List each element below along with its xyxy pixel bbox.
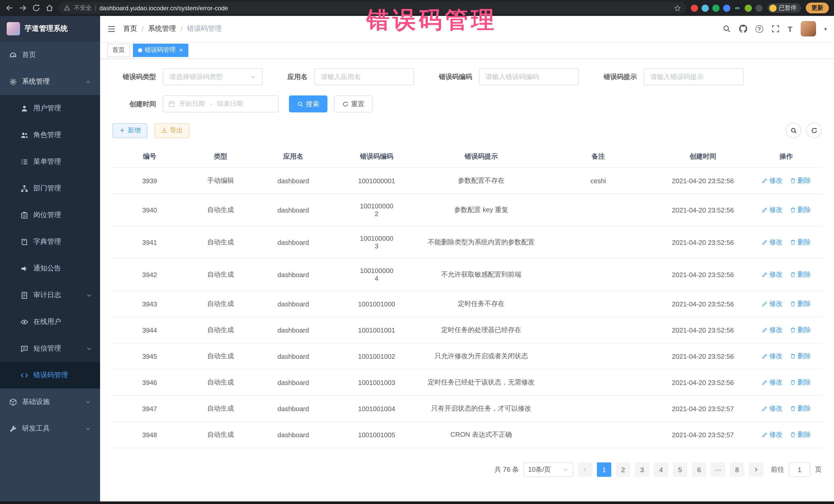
delete-link[interactable]: 删除 <box>790 238 811 247</box>
edit-link[interactable]: 修改 <box>762 404 783 413</box>
extension-dark-on-icon[interactable]: on <box>734 4 741 12</box>
pager-page-button[interactable]: 2 <box>616 462 630 477</box>
error-hint-input[interactable] <box>643 68 744 85</box>
bottom-edge <box>0 501 834 504</box>
back-icon[interactable] <box>5 4 14 12</box>
sidebar-item[interactable]: 研发工具 <box>0 415 100 442</box>
extension-puzzle-icon[interactable] <box>755 4 762 12</box>
hamburger-icon[interactable] <box>107 24 116 33</box>
cell-code: 1001001004 <box>332 395 421 422</box>
sidebar-item[interactable]: 错误码管理 <box>0 362 100 389</box>
help-icon[interactable]: ? <box>755 25 763 32</box>
fullscreen-icon[interactable] <box>771 25 780 33</box>
sidebar-item[interactable]: 审计日志 <box>0 282 100 308</box>
cell-code: 1001001000 <box>332 291 421 317</box>
pager-next-button[interactable] <box>749 462 763 477</box>
delete-link[interactable]: 删除 <box>790 205 811 215</box>
caret-down-icon[interactable]: ▾ <box>824 26 827 31</box>
edit-link[interactable]: 修改 <box>762 430 783 439</box>
pager-page-button[interactable]: 3 <box>635 462 649 477</box>
extension-leaf-icon[interactable] <box>744 4 752 12</box>
sidebar-item[interactable]: 首页 <box>0 42 100 68</box>
sidebar-item-label: 基础设施 <box>22 397 50 407</box>
edit-link[interactable]: 修改 <box>762 299 783 308</box>
column-header: 创建时间 <box>655 146 751 168</box>
sidebar-item[interactable]: 短信管理 <box>0 335 100 362</box>
font-size-icon[interactable]: T <box>788 25 792 33</box>
delete-label: 删除 <box>797 205 811 215</box>
reset-button[interactable]: 重置 <box>334 95 373 112</box>
breadcrumb-item[interactable]: 首页 <box>123 24 137 34</box>
delete-link[interactable]: 删除 <box>790 378 811 387</box>
sidebar-item[interactable]: 字典管理 <box>0 228 100 255</box>
delete-link[interactable]: 删除 <box>790 325 811 335</box>
pager-more-button[interactable]: ··· <box>711 462 725 477</box>
tab-item[interactable]: 错误码管理× <box>133 43 188 57</box>
page-size-select[interactable]: 10条/页 <box>524 462 573 477</box>
pager-page-button[interactable]: 6 <box>692 462 706 477</box>
profile-chip[interactable]: 已暂停 <box>767 3 801 13</box>
tab-item[interactable]: 首页 <box>107 43 130 57</box>
add-button[interactable]: 新增 <box>112 123 147 138</box>
extension-blue-grid-icon[interactable] <box>723 4 730 12</box>
extension-teal-icon[interactable] <box>701 4 708 12</box>
delete-link[interactable]: 删除 <box>790 352 811 361</box>
search-icon[interactable] <box>723 25 731 33</box>
tabs-bar: 首页错误码管理× <box>100 42 834 59</box>
breadcrumb-item[interactable]: 系统管理 <box>148 24 176 34</box>
extension-green-icon[interactable] <box>712 4 719 12</box>
error-code-input[interactable] <box>479 68 579 85</box>
reload-icon[interactable] <box>32 4 41 12</box>
delete-link[interactable]: 删除 <box>790 176 811 185</box>
user-avatar[interactable] <box>800 21 816 37</box>
edit-link[interactable]: 修改 <box>762 378 783 387</box>
search-button[interactable]: 搜索 <box>289 95 327 112</box>
sidebar-item[interactable]: 岗位管理 <box>0 202 100 228</box>
sidebar-item[interactable]: 基础设施 <box>0 389 100 415</box>
delete-link[interactable]: 删除 <box>790 270 811 279</box>
refresh-icon <box>342 101 349 107</box>
sidebar-item[interactable]: 用户管理 <box>0 95 100 122</box>
edit-link[interactable]: 修改 <box>762 270 783 279</box>
sidebar-item[interactable]: 菜单管理 <box>0 148 100 175</box>
cell-hint: 不能删除类型为系统内置的参数配置 <box>421 226 542 258</box>
refresh-table-button[interactable] <box>806 123 822 138</box>
tab-close-icon[interactable]: × <box>179 47 183 53</box>
edit-link[interactable]: 修改 <box>762 176 783 185</box>
cell-hint: 只有开启状态的任务，才可以修改 <box>421 395 542 422</box>
extension-red-icon[interactable] <box>690 4 698 12</box>
edit-link[interactable]: 修改 <box>762 205 783 215</box>
sidebar-item[interactable]: 在线用户 <box>0 308 100 335</box>
sidebar-item[interactable]: 通知公告 <box>0 255 100 282</box>
delete-link[interactable]: 删除 <box>790 299 811 308</box>
sidebar-item[interactable]: 部门管理 <box>0 175 100 202</box>
pager-page-button[interactable]: 4 <box>654 462 668 477</box>
star-icon[interactable] <box>674 4 681 12</box>
edit-link[interactable]: 修改 <box>762 238 783 247</box>
edit-link[interactable]: 修改 <box>762 325 783 335</box>
logo[interactable]: 芋道管理系统 <box>0 16 100 42</box>
pager-page-button[interactable]: 8 <box>730 462 744 477</box>
app-name-input[interactable] <box>314 68 414 85</box>
browser-update-button[interactable]: 更新 <box>806 3 829 13</box>
sidebar-menu: 首页系统管理用户管理角色管理菜单管理部门管理岗位管理字典管理通知公告审计日志在线… <box>0 42 100 442</box>
delete-link[interactable]: 删除 <box>790 404 811 413</box>
github-icon[interactable] <box>739 25 747 33</box>
forward-icon[interactable] <box>19 4 27 12</box>
delete-link[interactable]: 删除 <box>790 430 811 439</box>
home-icon[interactable] <box>45 4 54 12</box>
edit-link[interactable]: 修改 <box>762 352 783 361</box>
pager-prev-button[interactable] <box>578 462 592 477</box>
pager-page-button[interactable]: 1 <box>597 462 611 477</box>
goto-page-input[interactable] <box>789 462 810 477</box>
export-button[interactable]: 导出 <box>154 123 190 138</box>
date-range-picker[interactable]: 开始日期 - 结束日期 <box>163 95 279 112</box>
cell-created: 2021-04-20 23:52:56 <box>655 317 751 343</box>
pager-page-button[interactable]: 5 <box>673 462 687 477</box>
sidebar-item[interactable]: 系统管理 <box>0 68 100 95</box>
chevron-down-icon <box>86 346 92 351</box>
cell-id: 3945 <box>112 343 187 369</box>
error-type-select[interactable]: 请选择错误码类型 <box>163 68 263 85</box>
sidebar-item[interactable]: 角色管理 <box>0 122 100 148</box>
toggle-search-button[interactable] <box>786 123 801 138</box>
